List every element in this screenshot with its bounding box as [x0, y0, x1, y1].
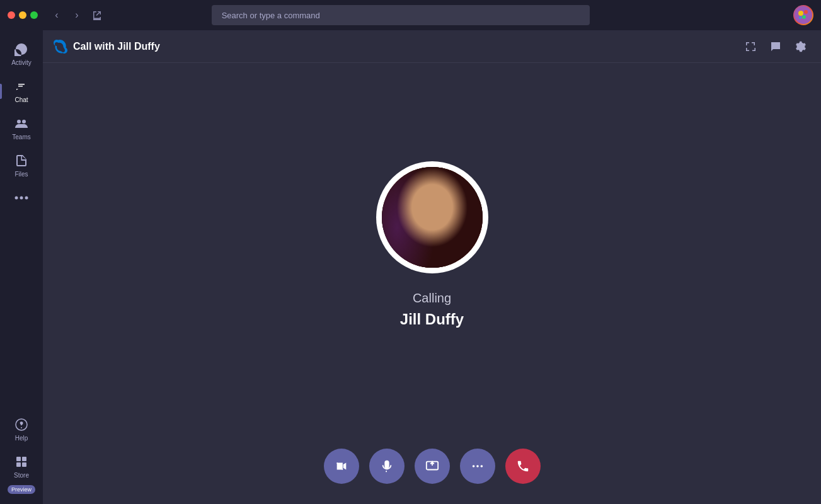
svg-rect-14 [16, 462, 21, 467]
svg-point-2 [804, 10, 808, 14]
content-area: Call with Jill Duffy [43, 30, 821, 504]
sidebar-item-chat[interactable]: Chat [0, 72, 43, 110]
caller-name: Jill Duffy [400, 311, 464, 328]
back-button[interactable]: ‹ [48, 6, 66, 24]
main-layout: Activity Chat Teams [0, 30, 821, 504]
svg-point-19 [398, 173, 435, 205]
maximize-button[interactable] [30, 11, 38, 19]
svg-point-16 [399, 167, 465, 243]
header-settings-button[interactable] [791, 37, 811, 57]
skype-icon [53, 39, 68, 54]
header-expand-button[interactable] [740, 37, 761, 57]
help-label: Help [15, 435, 28, 442]
search-placeholder: Search or type a command [222, 11, 320, 20]
teams-icon [14, 116, 29, 131]
sidebar-item-files[interactable]: Files [0, 147, 43, 184]
sidebar-bottom: Help Store Preview [0, 411, 43, 499]
call-header-title: Call with Jill Duffy [73, 41, 740, 52]
forward-button[interactable]: › [68, 6, 86, 24]
calling-status-text: Calling [413, 291, 451, 306]
close-button[interactable] [8, 11, 15, 19]
video-toggle-button[interactable] [324, 449, 359, 484]
store-icon [14, 454, 29, 469]
sidebar: Activity Chat Teams [0, 30, 43, 504]
svg-point-25 [420, 210, 422, 212]
svg-point-1 [798, 11, 803, 16]
svg-point-5 [17, 120, 21, 123]
caller-avatar [382, 167, 483, 268]
open-button[interactable] [88, 6, 106, 24]
svg-point-8 [20, 197, 23, 200]
content-header: Call with Jill Duffy [43, 30, 821, 63]
teams-label: Teams [12, 134, 30, 140]
svg-point-6 [22, 120, 26, 123]
user-avatar[interactable] [793, 5, 813, 25]
svg-point-30 [472, 465, 474, 467]
header-chat-button[interactable] [766, 37, 786, 57]
store-label: Store [14, 472, 29, 479]
activity-label: Activity [11, 59, 32, 66]
svg-rect-13 [22, 457, 26, 461]
files-label: Files [14, 171, 28, 178]
nav-buttons: ‹ › [48, 6, 106, 24]
svg-rect-15 [22, 462, 26, 467]
mic-toggle-button[interactable] [369, 449, 405, 484]
activity-icon [14, 42, 29, 57]
traffic-lights [8, 11, 38, 19]
svg-point-9 [25, 197, 28, 200]
svg-point-0 [795, 6, 812, 24]
svg-point-22 [408, 189, 456, 246]
sidebar-item-store[interactable]: Store [0, 448, 43, 485]
preview-badge: Preview [8, 485, 35, 494]
caller-avatar-container [379, 164, 486, 271]
sidebar-item-more[interactable] [0, 184, 43, 212]
search-bar[interactable]: Search or type a command [212, 5, 590, 25]
sidebar-item-activity[interactable]: Activity [0, 35, 43, 72]
share-screen-button[interactable] [415, 449, 450, 484]
svg-rect-12 [16, 457, 21, 461]
svg-point-3 [802, 15, 806, 19]
minimize-button[interactable] [19, 11, 26, 19]
svg-point-27 [390, 187, 422, 241]
sidebar-item-teams[interactable]: Teams [0, 110, 43, 147]
svg-rect-21 [425, 236, 440, 252]
sidebar-item-help[interactable]: Help [0, 411, 43, 448]
svg-point-7 [15, 197, 18, 200]
chat-icon [14, 79, 29, 94]
svg-point-32 [480, 465, 483, 467]
svg-point-24 [439, 210, 445, 215]
svg-point-18 [445, 187, 479, 253]
svg-point-23 [420, 210, 426, 215]
header-actions [740, 37, 811, 57]
files-icon [14, 153, 29, 168]
more-options-button[interactable] [460, 449, 495, 484]
help-icon [14, 417, 29, 432]
titlebar: ‹ › Search or type a command [0, 0, 821, 30]
svg-point-4 [799, 16, 801, 19]
end-call-button[interactable] [505, 449, 541, 484]
more-icon [14, 190, 29, 205]
svg-point-11 [21, 427, 22, 428]
svg-point-17 [382, 187, 421, 260]
svg-point-20 [432, 173, 464, 201]
svg-point-31 [476, 465, 479, 467]
call-area: Calling Jill Duffy [43, 63, 821, 428]
chat-label: Chat [14, 96, 28, 103]
call-controls [43, 428, 821, 504]
svg-point-26 [439, 210, 441, 212]
